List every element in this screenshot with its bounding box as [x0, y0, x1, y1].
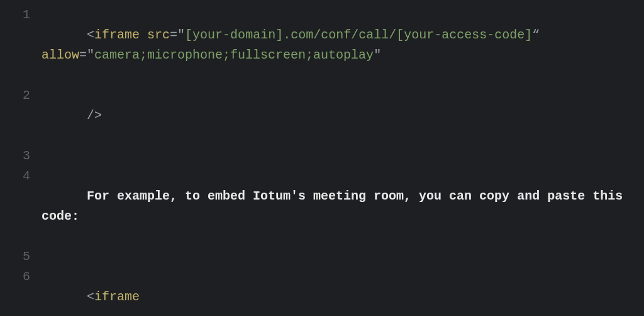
attr-value: camera;microphone;fullscreen;autoplay	[94, 48, 374, 62]
quote-icon: "	[177, 28, 185, 42]
quote-icon: “	[532, 28, 540, 42]
line-number: 3	[0, 146, 42, 166]
angle-open-icon: <	[87, 28, 94, 42]
line-number: 2	[0, 86, 42, 106]
equals-icon: =	[79, 48, 87, 62]
attr-name: allow	[42, 48, 79, 62]
code-content[interactable]: <iframe src="[your-domain].com/conf/call…	[42, 5, 644, 86]
code-content[interactable]: />	[42, 86, 644, 146]
code-line[interactable]: 4 For example, to embed Iotum's meeting …	[0, 166, 644, 247]
code-line[interactable]: 2 />	[0, 86, 644, 146]
angle-close-icon: >	[94, 108, 102, 123]
code-content[interactable]: For example, to embed Iotum's meeting ro…	[42, 166, 644, 247]
line-number: 4	[0, 166, 42, 186]
code-editor[interactable]: 1 <iframe src="[your-domain].com/conf/ca…	[0, 0, 644, 316]
equals-icon: =	[170, 28, 177, 42]
code-line[interactable]: 6 <iframe	[0, 267, 644, 316]
attr-value: [your-domain].com/conf/call/[your-access…	[185, 28, 532, 42]
prose-text: For example, to embed Iotum's meeting ro…	[42, 189, 630, 223]
quote-icon: "	[87, 48, 94, 62]
tag-name: iframe	[94, 28, 140, 42]
code-line[interactable]: 1 <iframe src="[your-domain].com/conf/ca…	[0, 5, 644, 86]
angle-open-icon: <	[87, 290, 94, 304]
line-number: 5	[0, 247, 42, 267]
code-line[interactable]: 5	[0, 247, 644, 267]
quote-icon: "	[374, 48, 381, 62]
tag-name: iframe	[94, 290, 140, 304]
line-number: 6	[0, 267, 42, 287]
attr-name: src	[147, 28, 170, 42]
line-number: 1	[0, 5, 42, 25]
code-line[interactable]: 3	[0, 146, 644, 166]
code-content[interactable]: <iframe	[42, 267, 644, 316]
self-close-icon: /	[87, 108, 94, 123]
